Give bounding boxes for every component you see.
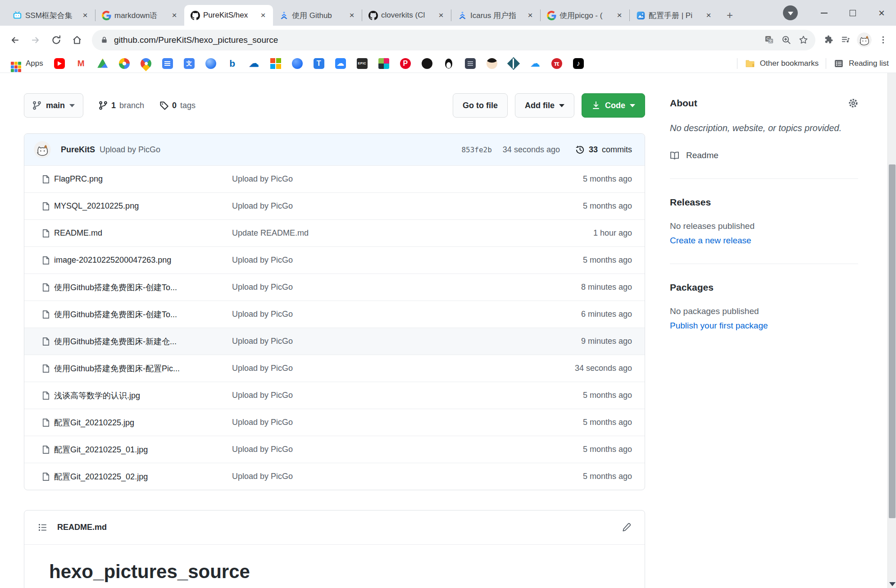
- file-commit-message[interactable]: Upload by PicGo: [232, 445, 583, 454]
- file-commit-message[interactable]: Upload by PicGo: [232, 255, 583, 265]
- table-row[interactable]: 使用Github搭建免费图床-配置Pic... Upload by PicGo …: [24, 355, 645, 382]
- file-name-link[interactable]: MYSQL_20210225.png: [54, 201, 232, 211]
- gear-icon[interactable]: [848, 98, 858, 108]
- file-name-link[interactable]: README.md: [54, 228, 232, 238]
- file-commit-message[interactable]: Upload by PicGo: [232, 418, 583, 427]
- file-commit-message[interactable]: Upload by PicGo: [232, 364, 575, 373]
- tab-close-icon[interactable]: ×: [258, 10, 268, 21]
- tab-close-icon[interactable]: ×: [169, 10, 180, 21]
- tab-markdown[interactable]: markdown语 ×: [96, 5, 184, 26]
- tab-shiyong-github[interactable]: 使用 Github ×: [273, 5, 362, 26]
- tab-close-icon[interactable]: ×: [525, 10, 536, 21]
- microsoft-icon[interactable]: [270, 58, 281, 69]
- notebook-icon[interactable]: [465, 58, 476, 69]
- browser-menu-button[interactable]: [874, 32, 891, 49]
- file-name-link[interactable]: FlagPRC.png: [54, 174, 232, 184]
- commit-message-link[interactable]: Upload by PicGo: [100, 145, 160, 155]
- home-button[interactable]: [68, 31, 86, 50]
- google-earth-icon[interactable]: [205, 58, 216, 69]
- bookmark-star-button[interactable]: [795, 32, 812, 49]
- girl-avatar-icon[interactable]: [487, 58, 497, 69]
- table-row[interactable]: README.md Update README.md 1 hour ago: [24, 219, 645, 246]
- table-row[interactable]: 配置Git_20210225_01.jpg Upload by PicGo 5 …: [24, 436, 645, 463]
- pixel-art-icon[interactable]: [378, 58, 389, 69]
- pi-red-icon[interactable]: π: [551, 58, 562, 69]
- youtube-icon[interactable]: [54, 58, 65, 69]
- translate-button[interactable]: G文: [760, 32, 778, 49]
- go-to-file-button[interactable]: Go to file: [453, 93, 508, 118]
- tags-link[interactable]: 0 tags: [159, 101, 196, 110]
- tab-close-icon[interactable]: ×: [80, 10, 91, 21]
- window-minimize-button[interactable]: [810, 0, 838, 26]
- file-name-link[interactable]: 使用Github搭建免费图床-新建仓...: [54, 336, 232, 347]
- reload-button[interactable]: [47, 31, 66, 50]
- tab-picgo-manual[interactable]: 配置手册 | Pi ×: [630, 5, 719, 26]
- table-row[interactable]: 配置Git_20210225.jpg Upload by PicGo 5 mon…: [24, 409, 645, 436]
- pinterest-icon[interactable]: P: [400, 58, 411, 69]
- onedrive-icon[interactable]: ☁: [249, 58, 259, 69]
- google-maps-icon[interactable]: [138, 56, 154, 71]
- pencil-icon[interactable]: [622, 523, 631, 532]
- file-name-link[interactable]: 使用Github搭建免费图床-创建To...: [54, 282, 232, 293]
- back-button[interactable]: [5, 31, 24, 50]
- page-scrollbar[interactable]: [887, 73, 896, 588]
- table-row[interactable]: 使用Github搭建免费图床-创建To... Upload by PicGo 8…: [24, 273, 645, 301]
- add-file-button[interactable]: Add file: [515, 93, 574, 118]
- branch-selector-button[interactable]: main: [24, 93, 83, 118]
- commit-author-avatar[interactable]: [34, 141, 51, 158]
- tab-close-icon[interactable]: ×: [436, 10, 446, 21]
- code-button[interactable]: Code: [582, 93, 645, 118]
- readme-sidebar-link[interactable]: Readme: [670, 150, 858, 160]
- file-name-link[interactable]: 配置Git_20210225.jpg: [54, 417, 232, 428]
- apps-grid-icon[interactable]: [11, 62, 14, 65]
- tab-ssm[interactable]: SSM框架合集 ×: [6, 5, 95, 26]
- epic-games-icon[interactable]: EPIC: [357, 58, 368, 69]
- file-commit-message[interactable]: Update README.md: [232, 228, 593, 238]
- media-controls-button[interactable]: [837, 32, 854, 49]
- file-commit-message[interactable]: Upload by PicGo: [232, 337, 581, 346]
- gmail-icon[interactable]: M: [76, 58, 86, 69]
- bing-icon[interactable]: b: [227, 58, 238, 69]
- reading-list-button[interactable]: Reading list: [833, 58, 889, 69]
- baidu-pan-icon[interactable]: ☁: [335, 58, 346, 69]
- google-translate-icon[interactable]: 文: [184, 58, 195, 69]
- file-commit-message[interactable]: Upload by PicGo: [232, 201, 583, 211]
- commit-history-link[interactable]: 33 commits: [575, 145, 632, 155]
- apps-label[interactable]: Apps: [26, 59, 43, 68]
- tab-icarus[interactable]: Icarus 用户指 ×: [451, 5, 540, 26]
- file-name-link[interactable]: 浅谈高等数学的认识.jpg: [54, 390, 232, 401]
- zoom-button[interactable]: [778, 32, 795, 49]
- file-commit-message[interactable]: Upload by PicGo: [232, 174, 583, 184]
- profile-avatar[interactable]: [857, 32, 872, 47]
- tab-purekits-active[interactable]: PureKitS/hex ×: [184, 5, 273, 26]
- blue-t-icon[interactable]: T: [314, 58, 324, 69]
- google-drive-icon[interactable]: [97, 58, 108, 69]
- file-name-link[interactable]: 配置Git_20210225_01.jpg: [54, 444, 232, 455]
- google-news-icon[interactable]: [162, 58, 173, 69]
- file-name-link[interactable]: 配置Git_20210225_02.jpg: [54, 471, 232, 482]
- file-name-link[interactable]: 使用Github搭建免费图床-配置Pic...: [54, 363, 232, 374]
- table-row[interactable]: 使用Github搭建免费图床-创建To... Upload by PicGo 6…: [24, 301, 645, 328]
- tiktok-icon[interactable]: ♪: [573, 58, 584, 69]
- new-tab-button[interactable]: +: [722, 8, 737, 23]
- compass-icon[interactable]: [508, 58, 519, 69]
- table-row[interactable]: MYSQL_20210225.png Upload by PicGo 5 mon…: [24, 192, 645, 219]
- google-photos-icon[interactable]: [119, 58, 130, 69]
- tab-close-icon[interactable]: ×: [346, 10, 357, 21]
- forward-button[interactable]: [26, 31, 45, 50]
- commit-hash[interactable]: 853fe2b: [461, 146, 491, 154]
- tab-close-icon[interactable]: ×: [703, 10, 714, 21]
- linux-tux-icon[interactable]: [443, 58, 454, 69]
- blue-balloon-icon[interactable]: [292, 58, 303, 69]
- file-commit-message[interactable]: Upload by PicGo: [232, 391, 583, 400]
- tab-search-button[interactable]: [783, 5, 798, 20]
- commit-author-link[interactable]: PureKitS: [61, 145, 95, 155]
- table-row[interactable]: 配置Git_20210225_02.jpg Upload by PicGo 5 …: [24, 463, 645, 490]
- branches-link[interactable]: 1 branch: [99, 101, 144, 110]
- create-release-link[interactable]: Create a new release: [670, 236, 858, 246]
- window-maximize-button[interactable]: [838, 0, 867, 26]
- tab-cloverkits[interactable]: cloverkits (Cl ×: [362, 5, 451, 26]
- github-icon[interactable]: [422, 58, 432, 69]
- window-close-button[interactable]: ×: [867, 0, 896, 26]
- file-commit-message[interactable]: Upload by PicGo: [232, 472, 583, 481]
